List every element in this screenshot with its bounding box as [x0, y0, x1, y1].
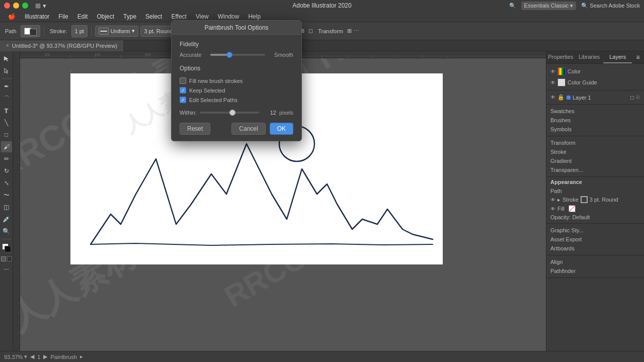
- right-panel: Properties Libraries Layers ≡ 👁 Color 👁 …: [546, 51, 644, 351]
- menu-help[interactable]: Help: [244, 12, 265, 21]
- alt-mode[interactable]: [7, 256, 12, 261]
- menu-apple[interactable]: 🍎: [4, 12, 20, 21]
- tool-divider: [2, 78, 12, 79]
- prev-page-btn[interactable]: ◀: [30, 353, 34, 360]
- transform-icon: ◻: [307, 28, 314, 34]
- pencil-tool[interactable]: ✏: [1, 153, 12, 164]
- stroke-value-btn[interactable]: 1 pt: [71, 25, 88, 37]
- fill-new-checkbox[interactable]: [180, 77, 186, 84]
- artboards-item[interactable]: Artboards: [546, 244, 644, 253]
- direct-selection-tool[interactable]: [1, 65, 12, 76]
- gradient-tool[interactable]: ◫: [1, 202, 12, 213]
- symbols-item[interactable]: Symbols: [546, 125, 644, 134]
- rectangle-tool[interactable]: □: [1, 129, 12, 140]
- workspace-selector[interactable]: Essentials Classic ▾: [521, 2, 577, 10]
- tab-properties[interactable]: Properties: [546, 51, 575, 63]
- close-button[interactable]: [4, 3, 10, 9]
- left-toolbox: ✒ ⌒ T ╲ □ 🖌 ✏ ↻ ⤡ 〜 ◫ 💉 🔍 ···: [0, 51, 13, 351]
- layer-options[interactable]: ◻ ☉: [630, 95, 640, 100]
- menu-file[interactable]: File: [54, 12, 72, 21]
- minimize-button[interactable]: [13, 3, 19, 9]
- pen-tool[interactable]: ✒: [1, 81, 12, 92]
- menu-window[interactable]: Window: [214, 12, 244, 21]
- zoom-tool[interactable]: 🔍: [1, 226, 12, 237]
- rotate-tool[interactable]: ↻: [1, 165, 12, 176]
- doc-tabs: × Untitled-3* @ 93.37% (RGB/GPU Preview): [0, 40, 644, 51]
- fidelity-slider-thumb[interactable]: [226, 52, 232, 58]
- transform-section: Transform Stroke Gradient Transparen...: [546, 136, 644, 177]
- color-guide-item[interactable]: 👁 Color Guide: [546, 77, 644, 88]
- options-label: Options: [180, 65, 293, 72]
- swatches-item[interactable]: Swatches: [546, 107, 644, 116]
- menu-edit[interactable]: Edit: [73, 12, 92, 21]
- main-layout: ✒ ⌒ T ╲ □ 🖌 ✏ ↻ ⤡ 〜 ◫ 💉 🔍 ···: [0, 51, 644, 351]
- cancel-button[interactable]: Cancel: [231, 123, 265, 135]
- graphic-style-item[interactable]: Graphic Sty...: [546, 226, 644, 235]
- normal-mode[interactable]: [1, 256, 6, 261]
- transform-label: Transform: [550, 140, 576, 146]
- tab-layers[interactable]: Layers: [603, 51, 632, 63]
- panel-menu-btn[interactable]: ≡: [632, 51, 644, 63]
- edit-paths-checkbox[interactable]: ✓: [180, 97, 186, 103]
- more-tools-btn[interactable]: ···: [4, 265, 9, 273]
- appearance-stroke-row[interactable]: 👁 ▸ Stroke 3 pt. Round: [550, 195, 640, 204]
- brushes-item[interactable]: Brushes: [546, 116, 644, 125]
- asset-export-item[interactable]: Asset Export: [546, 235, 644, 244]
- menu-type[interactable]: Type: [119, 12, 140, 21]
- search-icon: 🔍: [509, 3, 516, 9]
- within-value: 12: [262, 110, 276, 116]
- within-slider[interactable]: [200, 112, 259, 114]
- pathfinder-item[interactable]: Pathfinder: [546, 266, 644, 276]
- zoom-control[interactable]: 93.37% ▾: [4, 353, 27, 360]
- doc-tab-close[interactable]: ×: [6, 43, 9, 48]
- tab-libraries[interactable]: Libraries: [575, 51, 604, 63]
- menu-view[interactable]: View: [192, 12, 213, 21]
- menu-effect[interactable]: Effect: [167, 12, 190, 21]
- maximize-button[interactable]: [22, 3, 28, 9]
- tool-arrow: ▸: [80, 353, 83, 360]
- fidelity-slider-row: Accurate Smooth: [180, 52, 293, 58]
- curvature-tool[interactable]: ⌒: [1, 93, 12, 104]
- within-slider-thumb[interactable]: [229, 110, 235, 116]
- scale-tool[interactable]: ⤡: [1, 177, 12, 189]
- symbols-label: Symbols: [550, 126, 572, 132]
- visibility-icon-2: 👁: [550, 80, 555, 85]
- gradient-item[interactable]: Gradient: [546, 156, 644, 165]
- reset-button[interactable]: Reset: [180, 123, 210, 135]
- menu-select[interactable]: Select: [141, 12, 166, 21]
- stroke-style-dropdown[interactable]: Uniform ▾: [95, 26, 139, 37]
- menu-illustrator[interactable]: Illustrator: [21, 12, 53, 21]
- fidelity-slider-track[interactable]: [210, 54, 265, 56]
- transform-item[interactable]: Transform: [546, 138, 644, 147]
- visibility-icon: 👁: [550, 69, 555, 74]
- transparency-item[interactable]: Transparen...: [546, 165, 644, 174]
- color-swatches[interactable]: [1, 242, 12, 253]
- appearance-fill-row[interactable]: 👁 Fill: [550, 204, 640, 213]
- doc-tab-title: Untitled-3* @ 93.37% (RGB/GPU Preview): [12, 43, 117, 49]
- menu-object[interactable]: Object: [93, 12, 118, 21]
- tool-name: Paintbrush: [50, 354, 77, 360]
- gradient-label: Gradient: [550, 158, 572, 164]
- keep-selected-checkbox[interactable]: ✓: [180, 87, 186, 94]
- stroke-color-swatch[interactable]: [581, 196, 588, 203]
- next-page-btn[interactable]: ▶: [43, 353, 47, 360]
- appearance-section: Appearance Path 👁 ▸ Stroke 3 pt. Round 👁…: [546, 177, 644, 224]
- ok-button[interactable]: OK: [270, 123, 293, 135]
- align-item[interactable]: Align: [546, 257, 644, 266]
- align-label: Align: [550, 259, 562, 265]
- eyedropper-tool[interactable]: 💉: [1, 214, 12, 225]
- warp-tool[interactable]: 〜: [1, 190, 12, 201]
- fill-color-btn[interactable]: [21, 25, 40, 37]
- doc-tab-active[interactable]: × Untitled-3* @ 93.37% (RGB/GPU Preview): [0, 40, 124, 51]
- fill-swatch-transparent[interactable]: [569, 205, 576, 212]
- color-panel-item[interactable]: 👁 Color: [546, 66, 644, 77]
- artboards-label: Artboards: [550, 245, 575, 251]
- selection-tool[interactable]: [1, 53, 12, 64]
- stroke-item[interactable]: Stroke: [546, 147, 644, 156]
- toolbar-divider-2: [91, 26, 92, 36]
- paintbrush-dialog[interactable]: Paintbrush Tool Options Fidelity Accurat…: [171, 20, 302, 141]
- line-tool[interactable]: ╲: [1, 117, 12, 128]
- type-tool[interactable]: T: [1, 105, 12, 116]
- layer-row[interactable]: 👁 🔒 Layer 1 ◻ ☉: [546, 93, 644, 102]
- paintbrush-tool active[interactable]: 🖌: [1, 141, 12, 152]
